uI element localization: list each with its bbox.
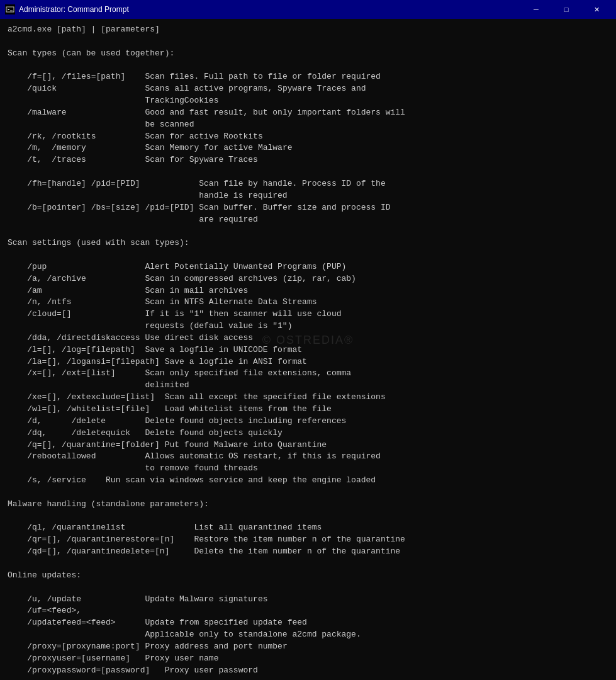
window-title: Administrator: Command Prompt [19,5,129,14]
cmd-icon [5,4,15,14]
close-button[interactable]: ✕ [582,3,611,16]
minimize-button[interactable]: ─ [522,3,551,16]
terminal-text: a2cmd.exe [path] | [parameters] Scan typ… [8,24,608,680]
title-bar-left: Administrator: Command Prompt [5,4,129,14]
window-controls: ─ □ ✕ [522,3,611,16]
maximize-button[interactable]: □ [552,3,581,16]
cmd-window: Administrator: Command Prompt ─ □ ✕ a2cm… [0,0,616,680]
terminal-content[interactable]: a2cmd.exe [path] | [parameters] Scan typ… [0,19,616,680]
title-bar: Administrator: Command Prompt ─ □ ✕ [0,0,616,19]
